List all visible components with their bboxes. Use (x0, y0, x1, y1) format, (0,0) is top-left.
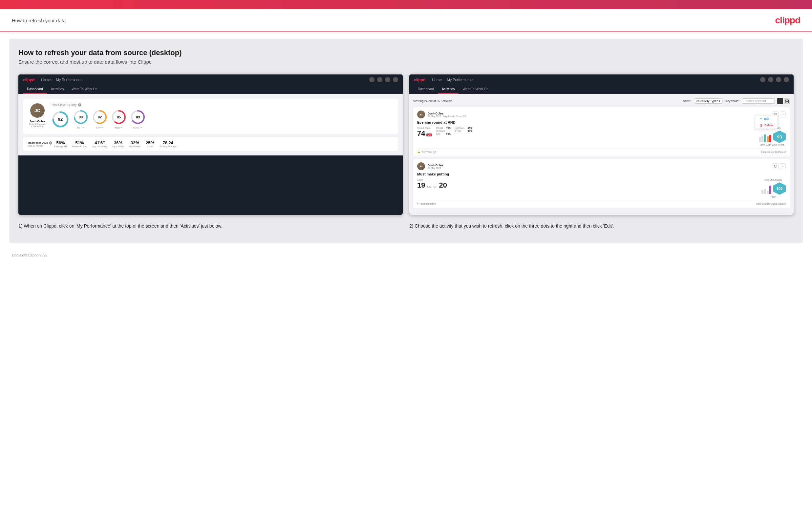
activity-2-source: Data Source: Clippd Capture (757, 203, 786, 205)
activity-2-stats: Score 19 OUT OF 20 Avg Shot Quality (417, 179, 786, 198)
quality-section: Total Player Quality i (51, 103, 394, 129)
bar-1 (759, 137, 761, 142)
activity-1-stats: Round Score 74 MC FW Hit 79% (417, 127, 786, 146)
player-card: JC Josh Coles United Kingdom 1.5 Handica… (23, 99, 398, 134)
activity-2-more-icon[interactable]: ··· (780, 163, 786, 169)
avatar-icon-right[interactable] (784, 77, 789, 82)
delete-icon: 🗑 (760, 124, 763, 127)
activity-1-more-icon[interactable]: ··· (780, 112, 786, 117)
bar-5 (769, 135, 771, 142)
activity-card-2: JC Josh Coles 29 May 2022 💬 ··· Must mak… (413, 159, 790, 208)
activity-1-source: Data Source: GolfStat.ai (761, 151, 786, 153)
mini-bar-chart-2 (761, 184, 771, 194)
page-title: How to refresh your data (12, 18, 66, 23)
tab-what-to-work-on-right[interactable]: What To Work On (459, 85, 492, 94)
right-nav-logo: clippd (414, 77, 425, 82)
left-app-body: JC Josh Coles United Kingdom 1.5 Handica… (18, 94, 403, 156)
trad-info-icon: i (49, 142, 52, 145)
mini-bar-chart-1 (759, 132, 771, 142)
right-nav-icons (760, 77, 789, 82)
activity-2-date: 29 May 2022 (428, 167, 770, 169)
user-icon-right[interactable] (768, 77, 773, 82)
left-nav-logo: clippd (23, 77, 35, 82)
tab-activities-left[interactable]: Activities (47, 85, 68, 94)
bar-4 (767, 136, 769, 142)
trad-sandsave: 32% Sand Save (129, 140, 141, 148)
activity-2-user-row: JC Josh Coles 29 May 2022 💬 ··· (417, 162, 786, 170)
left-nav-links: Home My Performance (41, 78, 363, 82)
keywords-label: Keywords: (725, 99, 739, 103)
search-keyword-input[interactable]: Search keyword (742, 98, 774, 104)
gauge-app-label: APP ✏ (96, 126, 103, 129)
context-menu-1: ✏ Edit 🗑 Delete (755, 115, 778, 129)
viewing-text: Viewing 24 out of 35 Activities (413, 99, 452, 103)
quality-gauges: 92 98 (51, 109, 394, 129)
trad-updown: 36% Up & Down (112, 140, 124, 148)
trad-fairways: 56% Fairways Hit (54, 140, 67, 148)
descriptions-row: 1) When on Clippd, click on 'My Performa… (18, 223, 794, 230)
header: How to refresh your data clippd (0, 9, 812, 32)
grid-view-toggle[interactable]: ⊞ (784, 98, 790, 104)
settings-icon-right[interactable] (776, 77, 781, 82)
search-icon-left[interactable] (369, 77, 374, 82)
activity-1-tee: ⛳ Tee: White (M) (417, 151, 437, 153)
activity-2-avatar: JC (417, 162, 425, 170)
activity-1-user-info: Josh Coles 31 May 2022 · Royal North Dev… (428, 112, 770, 117)
left-nav-home[interactable]: Home (41, 78, 51, 82)
info-icon: i (78, 103, 82, 107)
bar2-4 (769, 186, 771, 194)
score-group-2: Score 19 OUT OF 20 (417, 179, 447, 189)
footer: Copyright Clippd 2022 (0, 249, 812, 261)
left-nav-performance[interactable]: My Performance (56, 78, 83, 82)
ott-edit-icon: ✏ (83, 126, 85, 129)
right-nav-performance[interactable]: My Performance (447, 78, 474, 82)
activity-2-user-info: Josh Coles 29 May 2022 (428, 164, 770, 169)
avatar-icon-left[interactable] (393, 77, 398, 82)
activity-2-comment-icon[interactable]: 💬 (773, 163, 778, 169)
trad-label: Traditional Stats i Last 20 rounds (28, 142, 52, 147)
stat-labels-1: OTT APP ARG PUTT (760, 144, 784, 146)
left-app-nav: clippd Home My Performance (18, 74, 403, 85)
tab-dashboard-left[interactable]: Dashboard (23, 85, 47, 94)
activities-header: Viewing 24 out of 35 Activities Show: Al… (413, 98, 790, 104)
activity-1-avatar: JC (417, 111, 425, 118)
activity-1-user-row: JC Josh Coles 31 May 2022 · Royal North … (417, 111, 786, 118)
activity-2-info: ℹ Test Information (417, 202, 436, 205)
edit-menu-item[interactable]: ✏ Edit (755, 115, 777, 122)
gauge-putt: 89 PUTT ✏ (130, 109, 146, 129)
activity-1-name: Evening round at RND (417, 120, 786, 124)
search-icon-right[interactable] (760, 77, 765, 82)
clippd-logo: clippd (775, 15, 800, 25)
tab-what-to-work-on-left[interactable]: What To Work On (68, 85, 101, 94)
player-handicap: 1.5 Handicap (31, 125, 44, 127)
delete-menu-item[interactable]: 🗑 Delete (755, 122, 777, 128)
right-nav-home[interactable]: Home (432, 78, 442, 82)
right-nav-links: Home My Performance (432, 78, 754, 82)
gauge-arg-label: ARG ✏ (115, 126, 123, 129)
trad-gir: 51% Greens In Reg (72, 140, 87, 148)
putt-edit-icon: ✏ (140, 126, 143, 129)
gauge-putt-value: 89 (136, 115, 140, 119)
fw-gir-group: FW Hit 79% 18 Holes GIR 50% (436, 127, 451, 135)
tab-dashboard-right[interactable]: Dashboard (414, 85, 438, 94)
settings-icon-left[interactable] (385, 77, 390, 82)
trad-sublabel: Last 20 rounds (28, 145, 52, 147)
gauge-ott-value: 98 (79, 115, 83, 119)
user-icon-left[interactable] (377, 77, 383, 82)
main-content: How to refresh your data from source (de… (9, 39, 803, 243)
description-left: 1) When on Clippd, click on 'My Performa… (18, 223, 403, 230)
stat-labels-2: PUTT (771, 196, 776, 198)
avg-shot-quality-2: Avg Shot Quality 109 (761, 179, 786, 198)
list-view-toggle[interactable]: ☰ (777, 98, 783, 104)
left-screenshot: clippd Home My Performance Dashboard Act… (18, 74, 403, 215)
shot-quality-hex-1: 93 (773, 130, 786, 143)
activity-type-select[interactable]: All Activity Types ▾ (694, 98, 723, 104)
activity-2-footer: ℹ Test Information Data Source: Clippd C… (417, 200, 786, 205)
mc-badge: MC (426, 133, 432, 136)
trad-proximity: 41'6" App. Proximity (92, 140, 107, 148)
tab-activities-right[interactable]: Activities (438, 85, 459, 94)
activities-controls: Show: All Activity Types ▾ Keywords: Sea… (683, 98, 790, 104)
gauge-putt-label: PUTT ✏ (133, 126, 142, 129)
activity-1-date: 31 May 2022 · Royal North Devon GC (428, 115, 770, 117)
description-right: 2) Choose the activity that you wish to … (409, 223, 794, 230)
